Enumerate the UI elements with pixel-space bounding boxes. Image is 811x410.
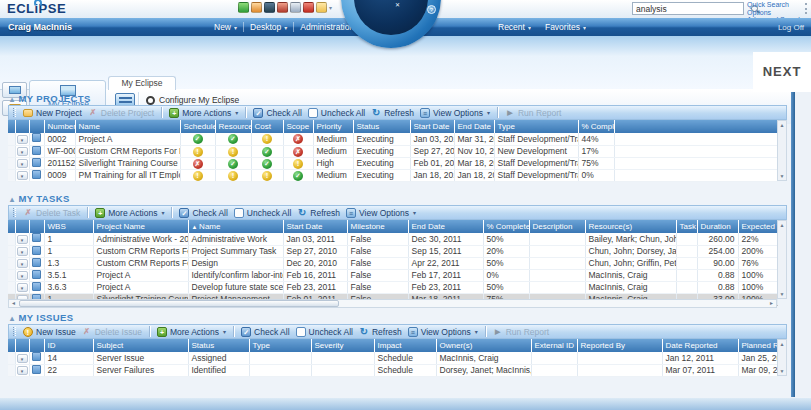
more-actions-button[interactable]: +More Actions▾	[154, 327, 229, 337]
column-header-type[interactable]: Type	[494, 120, 578, 133]
alerts-icon[interactable]	[277, 2, 288, 13]
row-checkbox[interactable]	[32, 158, 41, 167]
row-expander-button[interactable]: ▾	[17, 259, 28, 268]
refresh-button[interactable]: ↻Refresh	[368, 108, 417, 118]
column-header-date-reported[interactable]: Date Reported	[662, 339, 738, 352]
row-checkbox[interactable]	[32, 365, 41, 374]
row-expander-button[interactable]: ▾	[17, 271, 28, 280]
column-header-resource[interactable]: Resource	[215, 120, 251, 133]
globe-green-icon[interactable]	[238, 2, 249, 13]
section-title-my-projects[interactable]: ▴MY PROJECTS	[10, 93, 91, 104]
table-row[interactable]: ▾0009PM Training for all IT Employees!!!…	[8, 169, 777, 181]
view-options-button[interactable]: ≡View Options▾	[343, 208, 419, 218]
row-expander-button[interactable]: ▾	[17, 171, 28, 180]
table-row[interactable]: ▾0002Project A✓✓!✗MediumExecutingJan 03,…	[8, 133, 777, 145]
scroll-down-icon[interactable]: ▼	[780, 368, 785, 374]
column-header-name[interactable]: ▲ Name	[188, 220, 283, 233]
column-header-expected-work[interactable]: Expected Work	[738, 220, 777, 233]
column-header-severity[interactable]: Severity	[311, 339, 374, 352]
scroll-up-icon[interactable]: ▲	[780, 122, 785, 128]
column-header--comple[interactable]: % Comple	[578, 120, 614, 133]
table-row[interactable]: ▾WF-0001Custom CRM Reports For Planning!…	[8, 145, 777, 157]
uncheck-all-button[interactable]: Uncheck All	[231, 208, 294, 218]
column-header-start-date[interactable]: Start Date	[410, 120, 454, 133]
row-checkbox[interactable]	[32, 352, 41, 361]
column-header-reported-by[interactable]: Reported By	[577, 339, 662, 352]
scroll-up-icon[interactable]: ▲	[780, 222, 785, 228]
refresh-button[interactable]: ↻Refresh	[294, 208, 343, 218]
tasks-vertical-scrollbar[interactable]: ▲▼	[777, 220, 787, 299]
row-expander-button[interactable]: ▾	[17, 354, 28, 363]
search-box[interactable]	[632, 2, 744, 15]
new-project-button[interactable]: New Project	[20, 108, 85, 118]
table-row[interactable]: ▾201152Silverlight Training Course✗✓✓!Hi…	[8, 157, 777, 169]
column-header-task-i[interactable]: Task I	[676, 220, 697, 233]
help-icon[interactable]: ?	[427, 5, 436, 14]
table-row[interactable]: ▾3.5.1Project AIdentify/confirm labor-in…	[8, 269, 777, 281]
column-header-wbs[interactable]: WBS	[44, 220, 93, 233]
scroll-right-icon[interactable]: ►	[767, 300, 776, 307]
column-header-status[interactable]: Status	[353, 120, 410, 133]
row-expander-button[interactable]: ▾	[17, 159, 28, 168]
scroll-down-icon[interactable]: ▼	[780, 173, 785, 179]
scrollbar-thumb[interactable]	[19, 300, 339, 307]
check-all-button[interactable]: ✓Check All	[250, 108, 304, 118]
column-header-impact[interactable]: Impact	[374, 339, 436, 352]
row-checkbox[interactable]	[32, 270, 41, 279]
scroll-left-icon[interactable]: ◄	[9, 300, 18, 307]
row-checkbox[interactable]	[32, 133, 41, 142]
refresh-button[interactable]: ↻Refresh	[356, 327, 405, 337]
column-header-duration[interactable]: Duration	[697, 220, 738, 233]
row-checkbox[interactable]	[32, 282, 41, 291]
view-options-button[interactable]: ≡View Options▾	[417, 108, 493, 118]
more-actions-button[interactable]: +More Actions▾	[92, 208, 167, 218]
table-row[interactable]: ▾22Server FailuresIdentifiedScheduleDors…	[8, 364, 777, 376]
column-header-milestone[interactable]: Milestone	[347, 220, 408, 233]
menu-desktop[interactable]: Desktop▾	[250, 22, 287, 32]
table-row[interactable]: ▾3.6.3Project ADevelop future state scen…	[8, 281, 777, 293]
row-expander-button[interactable]: ▾	[17, 366, 28, 375]
row-checkbox[interactable]	[32, 233, 41, 242]
column-header-schedule[interactable]: Schedule	[180, 120, 215, 133]
column-header-priority[interactable]: Priority	[313, 120, 353, 133]
check-all-button[interactable]: ✓Check All	[176, 208, 230, 218]
scroll-up-icon[interactable]: ▲	[780, 341, 785, 347]
row-checkbox[interactable]	[32, 146, 41, 155]
check-all-button[interactable]: ✓Check All	[238, 327, 292, 337]
row-expander-button[interactable]: ▾	[17, 135, 28, 144]
column-header-external-id[interactable]: External ID	[531, 339, 577, 352]
menu-new[interactable]: New▾	[214, 22, 237, 32]
column-header-resource-s-[interactable]: Resource(s)	[585, 220, 676, 233]
new-issue-button[interactable]: !New Issue	[20, 327, 79, 337]
close-icon[interactable]: ✕	[395, 1, 400, 8]
row-checkbox[interactable]	[32, 246, 41, 255]
table-row[interactable]: ▾1Administrative Work - 2011Administrati…	[8, 233, 777, 245]
row-expander-button[interactable]: ▾	[17, 147, 28, 156]
row-expander-button[interactable]: ▾	[17, 247, 28, 256]
row-expander-button[interactable]: ▾	[17, 283, 28, 292]
table-row[interactable]: ▾1Custom CRM Reports For PlanningProject…	[8, 245, 777, 257]
column-header--complete[interactable]: % Complete	[483, 220, 529, 233]
column-header-end-date[interactable]: End Date	[454, 120, 494, 133]
row-checkbox[interactable]	[32, 170, 41, 179]
uncheck-all-button[interactable]: Uncheck All	[305, 108, 368, 118]
row-expander-button[interactable]: ▾	[17, 235, 28, 244]
uncheck-all-button[interactable]: Uncheck All	[293, 327, 356, 337]
column-header-type[interactable]: Type	[249, 339, 311, 352]
column-header-owner-s-[interactable]: Owner(s)	[436, 339, 531, 352]
view-options-button[interactable]: ≡View Options▾	[405, 327, 481, 337]
section-title-my-tasks[interactable]: ▴MY TASKS	[10, 193, 70, 204]
section-title-my-issues[interactable]: ▴MY ISSUES	[10, 312, 74, 323]
table-row[interactable]: ▾14Server IssueAssignedScheduleMacInnis,…	[8, 352, 777, 364]
configure-my-eclipse-button[interactable]: Configure My Eclipse	[146, 95, 239, 105]
row-checkbox[interactable]	[32, 258, 41, 267]
column-header-name[interactable]: Name	[75, 120, 180, 133]
table-row[interactable]: ▾1.3Custom CRM Reports For PlanningDesig…	[8, 257, 777, 269]
column-header-id[interactable]: ID	[44, 339, 93, 352]
flag-icon[interactable]	[303, 2, 314, 13]
column-header-start-date[interactable]: Start Date	[283, 220, 347, 233]
column-header-end-date[interactable]: End Date	[408, 220, 483, 233]
log-off-link[interactable]: Log Off	[778, 23, 804, 32]
search-input[interactable]	[633, 4, 750, 14]
column-header-project-name[interactable]: Project Name	[93, 220, 188, 233]
